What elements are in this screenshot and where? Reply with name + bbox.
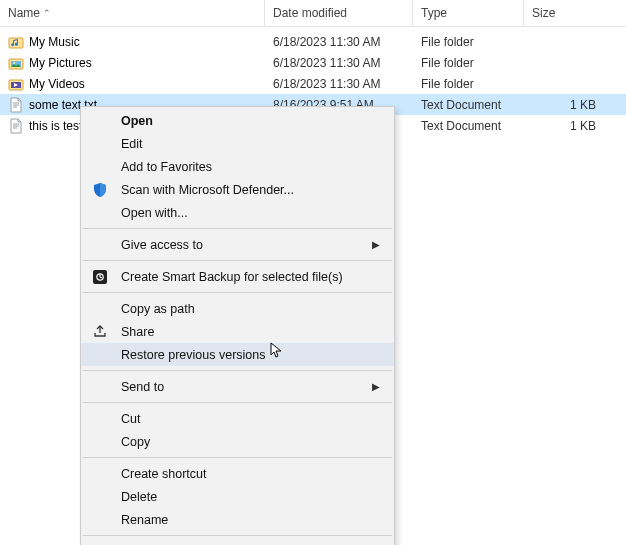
file-type: Text Document xyxy=(421,119,501,133)
file-date: 6/18/2023 11:30 AM xyxy=(273,56,380,70)
column-header-label: Name xyxy=(8,6,40,20)
menu-item-label: Copy as path xyxy=(121,302,195,316)
pictures-folder-icon xyxy=(8,55,24,71)
menu-item-give-access[interactable]: Give access to ▶ xyxy=(81,233,394,256)
menu-item-edit[interactable]: Edit xyxy=(81,132,394,155)
file-name: this is test xyxy=(29,119,82,133)
share-icon xyxy=(91,323,109,341)
menu-item-copy[interactable]: Copy xyxy=(81,430,394,453)
text-file-icon xyxy=(8,118,24,134)
column-header-size[interactable]: Size xyxy=(524,0,626,26)
menu-item-restore-previous[interactable]: Restore previous versions xyxy=(81,343,394,366)
videos-folder-icon xyxy=(8,76,24,92)
menu-item-label: Delete xyxy=(121,490,157,504)
menu-item-label: Send to xyxy=(121,380,164,394)
submenu-arrow-icon: ▶ xyxy=(372,239,380,250)
sort-indicator-icon: ⌃ xyxy=(43,8,51,18)
menu-item-scan-defender[interactable]: Scan with Microsoft Defender... xyxy=(81,178,394,201)
context-menu: Open Edit Add to Favorites Scan with Mic… xyxy=(80,106,395,545)
menu-item-rename[interactable]: Rename xyxy=(81,508,394,531)
file-date: 6/18/2023 11:30 AM xyxy=(273,35,380,49)
menu-item-label: Copy xyxy=(121,435,150,449)
menu-item-label: Give access to xyxy=(121,238,203,252)
menu-separator xyxy=(83,228,392,229)
menu-item-label: Scan with Microsoft Defender... xyxy=(121,183,294,197)
music-folder-icon xyxy=(8,34,24,50)
menu-item-share[interactable]: Share xyxy=(81,320,394,343)
menu-item-label: Restore previous versions xyxy=(121,348,266,362)
backup-icon xyxy=(91,268,109,286)
file-row-my-videos[interactable]: My Videos 6/18/2023 11:30 AM File folder xyxy=(0,73,626,94)
file-size: 1 KB xyxy=(570,98,596,112)
text-file-icon xyxy=(8,97,24,113)
menu-item-label: Share xyxy=(121,325,154,339)
column-header-label: Date modified xyxy=(273,6,347,20)
menu-item-delete[interactable]: Delete xyxy=(81,485,394,508)
menu-item-smart-backup[interactable]: Create Smart Backup for selected file(s) xyxy=(81,265,394,288)
menu-separator xyxy=(83,457,392,458)
menu-separator xyxy=(83,535,392,536)
menu-item-label: Add to Favorites xyxy=(121,160,212,174)
menu-item-create-shortcut[interactable]: Create shortcut xyxy=(81,462,394,485)
file-type: File folder xyxy=(421,35,474,49)
menu-item-cut[interactable]: Cut xyxy=(81,407,394,430)
file-date: 6/18/2023 11:30 AM xyxy=(273,77,380,91)
menu-item-label: Open with... xyxy=(121,206,188,220)
file-name: My Music xyxy=(29,35,80,49)
menu-item-label: Rename xyxy=(121,513,168,527)
file-size: 1 KB xyxy=(570,119,596,133)
file-name: My Videos xyxy=(29,77,85,91)
shield-icon xyxy=(91,181,109,199)
menu-item-label: Open xyxy=(121,114,153,128)
file-type: File folder xyxy=(421,77,474,91)
menu-item-add-favorites[interactable]: Add to Favorites xyxy=(81,155,394,178)
column-header-date[interactable]: Date modified xyxy=(265,0,413,26)
svg-point-3 xyxy=(13,62,15,64)
menu-item-properties[interactable]: Properties xyxy=(81,540,394,545)
column-header-type[interactable]: Type xyxy=(413,0,524,26)
menu-item-label: Cut xyxy=(121,412,140,426)
file-name: My Pictures xyxy=(29,56,92,70)
column-header-name[interactable]: Name ⌃ xyxy=(0,0,265,26)
menu-item-copy-path[interactable]: Copy as path xyxy=(81,297,394,320)
submenu-arrow-icon: ▶ xyxy=(372,381,380,392)
file-type: Text Document xyxy=(421,98,501,112)
column-header-row: Name ⌃ Date modified Type Size xyxy=(0,0,626,27)
menu-separator xyxy=(83,370,392,371)
menu-item-label: Create shortcut xyxy=(121,467,206,481)
menu-separator xyxy=(83,402,392,403)
menu-item-send-to[interactable]: Send to ▶ xyxy=(81,375,394,398)
column-header-label: Size xyxy=(532,6,555,20)
file-type: File folder xyxy=(421,56,474,70)
menu-item-label: Edit xyxy=(121,137,143,151)
menu-item-open-with[interactable]: Open with... xyxy=(81,201,394,224)
column-header-label: Type xyxy=(421,6,447,20)
menu-item-open[interactable]: Open xyxy=(81,109,394,132)
menu-item-label: Create Smart Backup for selected file(s) xyxy=(121,270,343,284)
file-row-my-music[interactable]: My Music 6/18/2023 11:30 AM File folder xyxy=(0,31,626,52)
file-row-my-pictures[interactable]: My Pictures 6/18/2023 11:30 AM File fold… xyxy=(0,52,626,73)
menu-separator xyxy=(83,292,392,293)
menu-separator xyxy=(83,260,392,261)
